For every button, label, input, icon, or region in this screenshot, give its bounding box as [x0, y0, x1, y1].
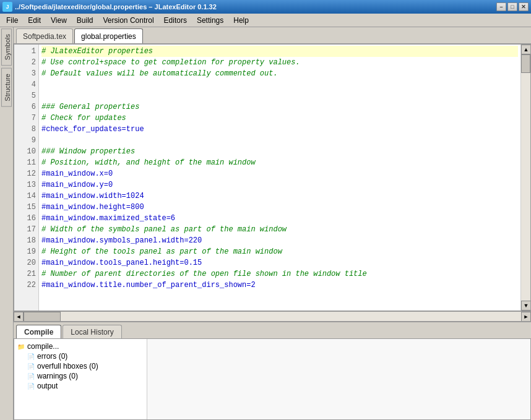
main-content: Symbols Structure Softpedia.tex global.p…: [0, 27, 531, 420]
code-line: #main_window.x=0: [41, 168, 518, 179]
code-line: #main_window.title.number_of_parent_dirs…: [41, 280, 518, 291]
compile-tab[interactable]: Compile: [16, 325, 61, 338]
tree-root-label: compile...: [27, 342, 59, 351]
code-line: # Default values will be automatically c…: [41, 68, 518, 79]
code-line: #main_window.symbols_panel.width=220: [41, 235, 518, 246]
output-label: output: [37, 382, 58, 390]
line-number: 1: [14, 46, 36, 57]
scroll-right-button[interactable]: ►: [521, 312, 531, 322]
scroll-left-button[interactable]: ◄: [14, 312, 24, 322]
line-number: 12: [14, 168, 36, 179]
code-line: [41, 135, 518, 146]
scroll-track[interactable]: [521, 54, 530, 301]
line-number: 5: [14, 90, 36, 101]
line-numbers: 12345678910111213141516171819202122: [14, 45, 39, 311]
code-content[interactable]: # JLatexEditor properties# Use control+s…: [39, 45, 520, 311]
line-number: 18: [14, 235, 36, 246]
overfull-label: overfull hboxes (0): [37, 362, 98, 371]
code-line: # Width of the symbols panel as part of …: [41, 224, 518, 235]
file-icon-errors: 📄: [27, 352, 35, 361]
menu-item-settings[interactable]: Settings: [192, 14, 228, 27]
menu-item-build[interactable]: Build: [72, 14, 98, 27]
menu-item-file[interactable]: File: [1, 14, 23, 27]
left-panel: Symbols Structure: [0, 27, 14, 420]
file-icon-warnings: 📄: [27, 372, 35, 380]
line-number: 2: [14, 57, 36, 68]
minimize-button[interactable]: –: [496, 2, 506, 11]
close-button[interactable]: ✕: [519, 2, 529, 11]
line-number: 17: [14, 224, 36, 235]
file-icon-overfull: 📄: [27, 362, 35, 371]
code-line: #check_for_updates=true: [41, 124, 518, 135]
menu-item-editors[interactable]: Editors: [159, 14, 192, 27]
code-line: ### Window properties: [41, 146, 518, 157]
folder-icon: 📁: [17, 342, 25, 351]
line-number: 7: [14, 113, 36, 124]
warnings-label: warnings (0): [37, 372, 78, 380]
line-number: 11: [14, 157, 36, 168]
editor-area: Softpedia.tex global.properties 12345678…: [14, 27, 531, 420]
code-line: #main_window.width=1024: [41, 191, 518, 202]
code-line: [41, 79, 518, 90]
line-number: 16: [14, 213, 36, 224]
warnings-item[interactable]: 📄 warnings (0): [27, 371, 144, 381]
line-number: 20: [14, 257, 36, 268]
tree-root[interactable]: 📁 compile...: [17, 341, 144, 351]
structure-tab[interactable]: Structure: [1, 68, 12, 107]
file-icon-output: 📄: [27, 382, 35, 390]
symbols-tab[interactable]: Symbols: [1, 28, 12, 66]
h-scroll-thumb[interactable]: [24, 312, 61, 322]
title-bar-buttons: – □ ✕: [496, 2, 529, 11]
compile-detail: [147, 339, 530, 419]
line-number: 10: [14, 146, 36, 157]
line-number: 15: [14, 202, 36, 213]
code-editor: 12345678910111213141516171819202122 # JL…: [14, 45, 531, 311]
errors-item[interactable]: 📄 errors (0): [27, 351, 144, 361]
line-number: 22: [14, 280, 36, 291]
code-line: # JLatexEditor properties: [41, 46, 518, 57]
scroll-down-button[interactable]: ▼: [521, 301, 531, 311]
menu-item-versioncontrol[interactable]: Version Control: [98, 14, 159, 27]
errors-label: errors (0): [37, 352, 67, 361]
editor-scrollbar[interactable]: ▲ ▼: [520, 45, 530, 311]
h-scroll-track[interactable]: [24, 312, 521, 322]
app-icon: J: [2, 2, 12, 12]
h-scrollbar[interactable]: ◄ ►: [14, 311, 531, 321]
code-line: # Use control+space to get completion fo…: [41, 57, 518, 68]
code-line: #main_window.height=800: [41, 202, 518, 213]
tab-bar: Softpedia.tex global.properties: [14, 27, 531, 45]
code-line: # Position, width, and height of the mai…: [41, 157, 518, 168]
line-number: 4: [14, 79, 36, 90]
line-number: 3: [14, 68, 36, 79]
code-line: # Number of parent directories of the op…: [41, 268, 518, 280]
output-item[interactable]: 📄 output: [27, 381, 144, 391]
code-line: # Height of the tools panel as part of t…: [41, 246, 518, 257]
code-line: # Check for updates: [41, 113, 518, 124]
compile-tree: 📁 compile... 📄 errors (0) 📄 overfull hbo…: [14, 339, 147, 419]
line-number: 6: [14, 101, 36, 113]
tab-globalprops[interactable]: global.properties: [74, 28, 143, 43]
local-history-tab[interactable]: Local History: [63, 325, 121, 338]
line-number: 8: [14, 124, 36, 135]
code-line: #main_window.maximized_state=6: [41, 213, 518, 224]
overfull-item[interactable]: 📄 overfull hboxes (0): [27, 361, 144, 371]
line-number: 21: [14, 268, 36, 280]
menu-item-view[interactable]: View: [46, 14, 72, 27]
tab-softpedia[interactable]: Softpedia.tex: [16, 28, 73, 43]
menu-item-edit[interactable]: Edit: [23, 14, 46, 27]
bottom-panel: Compile Local History 📁 compile... 📄 err: [14, 321, 531, 420]
scroll-up-button[interactable]: ▲: [521, 45, 531, 54]
line-number: 9: [14, 135, 36, 146]
menu-item-help[interactable]: Help: [228, 14, 254, 27]
line-number: 13: [14, 179, 36, 191]
tree-children: 📄 errors (0) 📄 overfull hboxes (0) 📄 war…: [17, 351, 144, 391]
scroll-thumb[interactable]: [521, 54, 530, 73]
code-line: ### General properties: [41, 101, 518, 113]
title-text: ../Softpedia/jlatexeditor/global.propert…: [15, 3, 217, 11]
line-number: 19: [14, 246, 36, 257]
maximize-button[interactable]: □: [507, 2, 517, 11]
title-bar-left: J ../Softpedia/jlatexeditor/global.prope…: [2, 2, 217, 12]
line-number: 14: [14, 191, 36, 202]
code-line: #main_window.y=0: [41, 179, 518, 191]
code-line: [41, 90, 518, 101]
